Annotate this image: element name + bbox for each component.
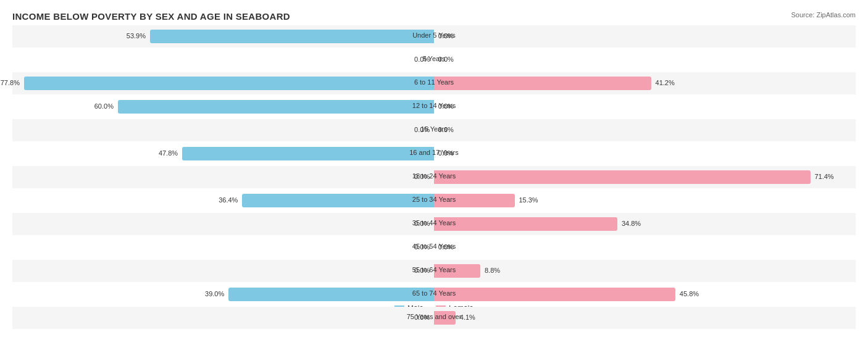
- val-female: 41.2%: [656, 79, 675, 86]
- row-label: Under 5 Years: [412, 31, 456, 39]
- source-label: Source: ZipAtlas.com: [791, 11, 856, 19]
- bar-female: [434, 77, 651, 90]
- chart-row: 18 to 24 Years0.0%71.4%: [12, 166, 856, 188]
- chart-row: Under 5 Years53.9%0.0%: [12, 25, 856, 48]
- chart-area: 80.0%80.0%Under 5 Years53.9%0.0%5 Years0…: [12, 25, 856, 301]
- row-label: 5 Years: [423, 55, 446, 62]
- chart-row: 75 Years and over0.0%4.1%: [12, 307, 856, 329]
- row-label: 65 to 74 Years: [412, 289, 456, 297]
- bar-male: [24, 77, 434, 90]
- val-female: 15.3%: [519, 196, 538, 204]
- bar-male: [118, 100, 434, 114]
- chart-row: 65 to 74 Years39.0%45.8%: [12, 283, 856, 306]
- row-label: 75 Years and over: [407, 313, 462, 320]
- chart-row: 6 to 11 Years77.8%41.2%: [12, 72, 856, 94]
- val-male: 36.4%: [219, 196, 238, 204]
- val-female: 8.8%: [485, 267, 500, 274]
- val-male: 47.8%: [159, 149, 178, 157]
- chart-container: INCOME BELOW POVERTY BY SEX AND AGE IN S…: [0, 0, 868, 345]
- bar-male: [150, 30, 434, 43]
- chart-row: 45 to 54 Years0.0%0.0%: [12, 236, 856, 259]
- row-label: 25 to 34 Years: [412, 196, 456, 203]
- bar-female: [434, 170, 811, 184]
- chart-row: 15 Years0.0%0.0%: [12, 119, 856, 141]
- val-female: 4.1%: [460, 314, 475, 321]
- row-label: 12 to 14 Years: [412, 102, 456, 109]
- val-male: 53.9%: [127, 32, 146, 39]
- chart-row: 16 and 17 Years47.8%0.0%: [12, 143, 856, 165]
- chart-row: 12 to 14 Years60.0%0.0%: [12, 96, 856, 118]
- chart-row: 25 to 34 Years36.4%15.3%: [12, 189, 856, 212]
- bar-male: [242, 194, 434, 207]
- chart-row: 55 to 64 Years0.0%8.8%: [12, 260, 856, 282]
- val-male: 77.8%: [1, 79, 20, 86]
- row-label: 6 to 11 Years: [414, 78, 454, 86]
- row-label: 35 to 44 Years: [412, 219, 456, 227]
- bar-male: [228, 288, 434, 301]
- val-female: 71.4%: [814, 173, 833, 180]
- row-label: 16 and 17 Years: [409, 149, 459, 156]
- bar-female: [434, 217, 617, 231]
- chart-title: INCOME BELOW POVERTY BY SEX AND AGE IN S…: [12, 11, 856, 22]
- row-label: 15 Years: [421, 125, 448, 133]
- row-label: 45 to 54 Years: [412, 243, 456, 250]
- bar-male: [182, 147, 434, 160]
- val-male: 60.0%: [94, 102, 114, 110]
- bar-female: [434, 288, 675, 301]
- val-female: 34.8%: [622, 220, 641, 227]
- row-label: 55 to 64 Years: [412, 266, 456, 273]
- val-female: 45.8%: [680, 290, 699, 297]
- val-male: 39.0%: [205, 290, 224, 297]
- row-label: 18 to 24 Years: [412, 172, 456, 180]
- chart-row: 35 to 44 Years0.0%34.8%: [12, 213, 856, 235]
- chart-row: 5 Years0.0%0.0%: [12, 49, 856, 71]
